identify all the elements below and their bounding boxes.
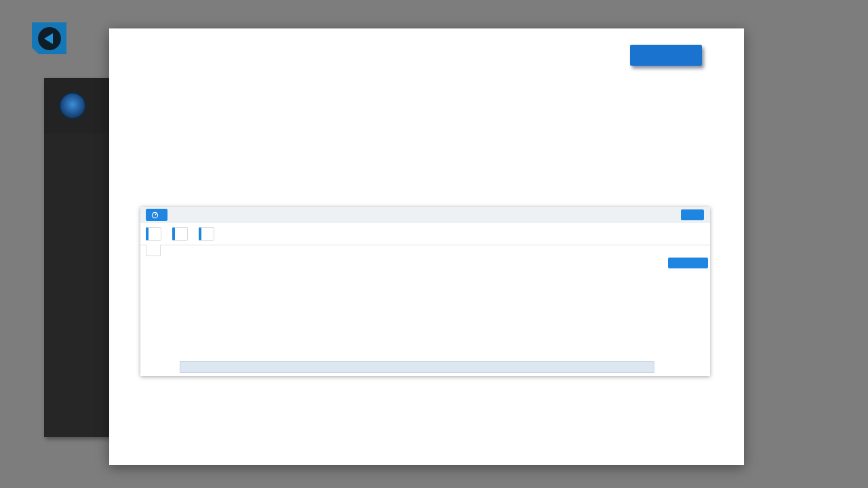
screen: [0, 0, 868, 488]
settings-button[interactable]: [681, 209, 704, 220]
tab-divider: [140, 245, 710, 245]
app-header-bar: [140, 207, 710, 223]
app-logo-icon: [59, 92, 86, 119]
detail-modal: [109, 28, 744, 465]
query-detail-button[interactable]: [668, 258, 708, 268]
waste-type-badge: [146, 209, 167, 221]
app-screenshot: [140, 207, 710, 376]
sidebar: [44, 78, 119, 437]
stat-waste-value: [146, 227, 161, 241]
pressure-line-chart: [180, 287, 654, 361]
gauge-icon: [151, 211, 159, 219]
datazoom-slider[interactable]: [180, 361, 654, 373]
stats-row: [146, 227, 214, 241]
y-axis-tick-labels: [153, 287, 177, 361]
stat-time-ratio: [199, 227, 214, 241]
back-nav-icon[interactable]: [32, 22, 66, 54]
pipe-tab-sanhua[interactable]: [146, 245, 161, 256]
stat-avg-pressure: [172, 227, 188, 241]
sidebar-logo: [44, 78, 119, 134]
back-arrow-circle-icon: [38, 27, 61, 50]
back-to-main-button[interactable]: [630, 45, 702, 66]
